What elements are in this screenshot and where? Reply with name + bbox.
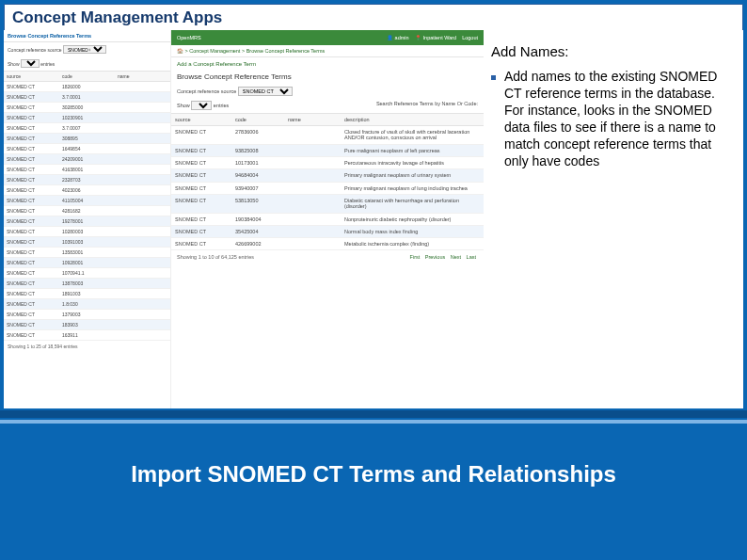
table-row[interactable]: SNOMED CT3.7.0001: [4, 92, 170, 103]
title-bar: Concept Management Apps: [4, 4, 743, 32]
table-row[interactable]: SNOMED CT13583001: [4, 248, 170, 258]
sa-col-source: source: [4, 72, 59, 81]
table-row[interactable]: SNOMED CT1649854: [4, 144, 170, 154]
sb-ward: Inpatient Ward: [423, 35, 457, 40]
table-row[interactable]: SNOMED CT1.8:030: [4, 299, 170, 310]
add-names-heading: Add Names:: [491, 43, 728, 59]
table-row[interactable]: SNOMED CT24209001: [4, 154, 170, 165]
sa-table-body: SNOMED CT1826000SNOMED CT3.7.0001SNOMED …: [4, 82, 170, 341]
table-row[interactable]: SNOMED CT183903: [4, 320, 170, 330]
sa-header: Browse Concept Reference Terms: [4, 30, 170, 42]
sa-col-name: name: [115, 72, 170, 81]
table-row[interactable]: SNOMED CT190384004Nonproteinuric diabeti…: [171, 214, 484, 226]
location-icon: 📍 Inpatient Ward: [415, 35, 457, 40]
crumb-mgmt[interactable]: Concept Management: [189, 48, 240, 54]
sb-show-suffix: entries: [214, 103, 230, 108]
table-row[interactable]: SNOMED CT163911: [4, 330, 170, 341]
sa-show-suffix: entries: [40, 61, 55, 67]
sb-logout[interactable]: Logout: [462, 35, 478, 40]
sa-source-row: Concept reference source SNOMED CT: [4, 42, 170, 56]
sb-heading: Browse Concept Reference Terms: [171, 71, 484, 85]
sb-add-link[interactable]: Add a Concept Reference Term: [171, 57, 484, 71]
table-row[interactable]: SNOMED CT10391003: [4, 237, 170, 248]
sb-source-row: Concept reference source SNOMED CT: [171, 85, 484, 98]
sa-show-prefix: Show: [8, 61, 20, 67]
table-row[interactable]: SNOMED CT308895: [4, 134, 170, 144]
table-row[interactable]: SNOMED CT1070941.1: [4, 268, 170, 279]
table-row[interactable]: SNOMED CT10280003: [4, 227, 170, 237]
table-row[interactable]: SNOMED CT94684004Primary malignant neopl…: [171, 169, 484, 182]
sb-footer: Showing 1 to 10 of 64,125 entries First …: [171, 250, 484, 264]
table-row[interactable]: SNOMED CT30285000: [4, 103, 170, 113]
table-row[interactable]: SNOMED CT93825008Pure malignant neoplasm…: [171, 145, 484, 157]
table-row[interactable]: SNOMED CT10928001: [4, 258, 170, 268]
table-row[interactable]: SNOMED CT2328703: [4, 175, 170, 185]
table-row[interactable]: SNOMED CT426699002Metabolic ischemia com…: [171, 238, 484, 250]
sb-table-body: SNOMED CT27836006Closed fracture of vaul…: [171, 126, 484, 250]
sb-show-prefix: Show: [177, 103, 190, 108]
sb-tools-row: Show 10 entries Search Reference Terms b…: [171, 98, 484, 113]
table-row[interactable]: SNOMED CT35425004Normal body mass index …: [171, 226, 484, 238]
sa-show-select[interactable]: 25: [21, 59, 40, 68]
sb-pager: First Previous Next Last: [408, 254, 478, 260]
bullet-item: Add names to the existing SNOMED CT refe…: [491, 69, 728, 169]
sb-brand: OpenMRS: [177, 35, 201, 40]
breadcrumb: 🏠 > Concept Management > Browse Concept …: [171, 45, 484, 57]
pager-last[interactable]: Last: [467, 254, 476, 260]
right-text-column: Add Names: Add names to the existing SNO…: [484, 30, 743, 408]
table-row[interactable]: SNOMED CT4281682: [4, 206, 170, 216]
sa-source-label: Concept reference source: [8, 47, 62, 53]
sb-col-source: source: [171, 114, 231, 125]
user-icon: 👤 admin: [387, 35, 409, 40]
screenshots: Browse Concept Reference Terms Concept r…: [4, 30, 484, 408]
sb-user: admin: [395, 35, 409, 40]
sa-table-head: source code name: [4, 71, 170, 82]
table-row[interactable]: SNOMED CT53813050Diabetic cataract with …: [171, 195, 484, 214]
sa-show-row: Show 25 entries: [4, 56, 170, 71]
table-row[interactable]: SNOMED CT27836006Closed fracture of vaul…: [171, 126, 484, 145]
table-row[interactable]: SNOMED CT10230901: [4, 113, 170, 123]
divider-light: [0, 420, 747, 424]
table-row[interactable]: SNOMED CT3.7.0007: [4, 123, 170, 134]
sa-source-select[interactable]: SNOMED CT: [63, 45, 106, 54]
table-row[interactable]: SNOMED CT1826000: [4, 82, 170, 92]
page-title: Concept Management Apps: [12, 8, 735, 27]
table-row[interactable]: SNOMED CT19278001: [4, 216, 170, 227]
table-row[interactable]: SNOMED CT13878003: [4, 279, 170, 289]
footer-headline: Import SNOMED CT Terms and Relationships: [0, 461, 747, 488]
sb-table-head: source code name description: [171, 113, 484, 126]
sb-topbar: OpenMRS 👤 admin 📍 Inpatient Ward Logout: [171, 30, 484, 45]
sb-show-select[interactable]: 10: [191, 101, 212, 110]
table-row[interactable]: SNOMED CT1891003: [4, 289, 170, 299]
pager-next[interactable]: Next: [451, 254, 461, 260]
sa-footer: Showing 1 to 25 of 18,594 entries: [4, 341, 170, 352]
sb-col-name: name: [284, 114, 341, 125]
table-row[interactable]: SNOMED CT10173001Percutaneous intracavit…: [171, 157, 484, 169]
pager-prev[interactable]: Previous: [425, 254, 445, 260]
sb-source-label: Concept reference source: [177, 88, 236, 94]
table-row[interactable]: SNOMED CT41638001: [4, 165, 170, 175]
sb-col-code: code: [231, 114, 284, 125]
sb-search-label: Search Reference Terms by Name Or Code:: [376, 101, 478, 110]
bullets: Add names to the existing SNOMED CT refe…: [491, 69, 728, 169]
table-row[interactable]: SNOMED CT1379003: [4, 310, 170, 320]
sa-col-code: code: [59, 72, 115, 81]
crumb-last: Browse Concept Reference Terms: [246, 48, 326, 54]
sb-col-desc: description: [341, 114, 484, 125]
pager-first[interactable]: First: [410, 254, 421, 260]
table-row[interactable]: SNOMED CT93940007Primary malignant neopl…: [171, 183, 484, 195]
sb-source-select[interactable]: SNOMED CT: [238, 87, 293, 96]
table-row[interactable]: SNOMED CT41105004: [4, 196, 170, 206]
home-icon[interactable]: 🏠: [177, 48, 183, 54]
screenshot-left: Browse Concept Reference Terms Concept r…: [4, 30, 171, 408]
screenshot-right: OpenMRS 👤 admin 📍 Inpatient Ward Logout …: [171, 30, 484, 408]
sb-footer-left: Showing 1 to 10 of 64,125 entries: [177, 254, 254, 260]
divider-dark: [0, 410, 747, 418]
table-row[interactable]: SNOMED CT4023006: [4, 185, 170, 196]
content-area: Browse Concept Reference Terms Concept r…: [4, 30, 743, 408]
